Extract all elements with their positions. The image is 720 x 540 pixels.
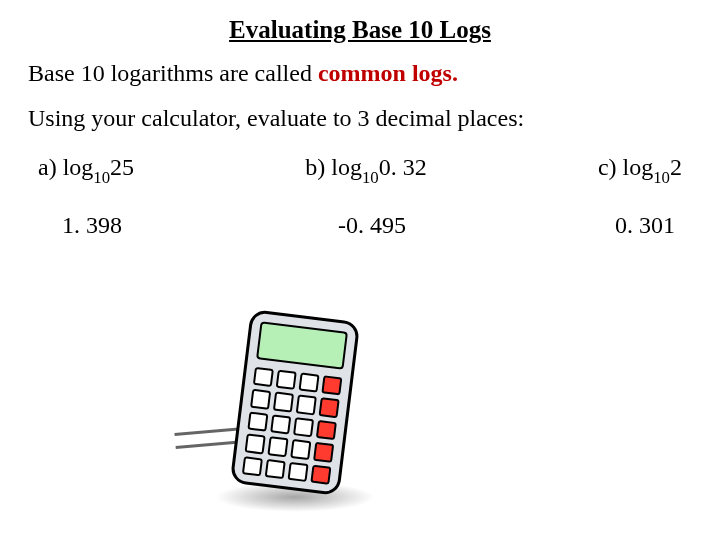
problem-b-arg: 0. 32 [379,154,427,180]
problem-a-base: 10 [93,168,110,187]
problem-a-answer: 1. 398 [38,212,122,239]
slide: Evaluating Base 10 Logs Base 10 logarith… [0,0,720,540]
calculator-body [230,309,361,496]
problem-c-expression: c) log102 [598,154,682,186]
calculator-key [273,392,294,413]
calculator-key [288,461,309,482]
problem-a-arg: 25 [110,154,134,180]
calculator-key [316,420,337,441]
definition-line: Base 10 logarithms are called common log… [28,60,692,87]
calculator-key [253,367,274,388]
slide-title: Evaluating Base 10 Logs [28,16,692,44]
calculator-key [247,411,268,432]
problem-c-label: c) log [598,154,653,180]
calculator-key [296,395,317,416]
calculator-key [290,439,311,460]
calculator-key [293,417,314,438]
definition-prefix: Base 10 logarithms are called [28,60,318,86]
problem-b: b) log100. 32 -0. 495 [305,154,426,239]
calculator-key [319,397,340,418]
calculator-screen [256,321,348,369]
calculator-key [310,464,331,485]
calculator-key [267,436,288,457]
problem-c-arg: 2 [670,154,682,180]
problem-b-answer: -0. 495 [326,212,406,239]
calculator-key [321,375,342,396]
problem-a-expression: a) log1025 [38,154,134,186]
problem-c: c) log102 0. 301 [598,154,682,239]
problem-c-base: 10 [653,168,670,187]
calculator-keys [242,367,343,485]
calculator-key [245,434,266,455]
calculator-key [250,389,271,410]
calculator-graphic [175,310,395,520]
problem-c-answer: 0. 301 [605,212,675,239]
definition-emphasis: common logs. [318,60,458,86]
problem-b-expression: b) log100. 32 [305,154,426,186]
calculator-key [265,459,286,480]
problem-b-label: b) log [305,154,362,180]
problem-a-label: a) log [38,154,93,180]
calculator-key [270,414,291,435]
problems-row: a) log1025 1. 398 b) log100. 32 -0. 495 … [28,154,692,239]
calculator-key [313,442,334,463]
calculator-key [298,372,319,393]
problem-b-base: 10 [362,168,379,187]
calculator-key [276,370,297,391]
instruction-line: Using your calculator, evaluate to 3 dec… [28,105,692,132]
problem-a: a) log1025 1. 398 [38,154,134,239]
calculator-key [242,456,263,477]
